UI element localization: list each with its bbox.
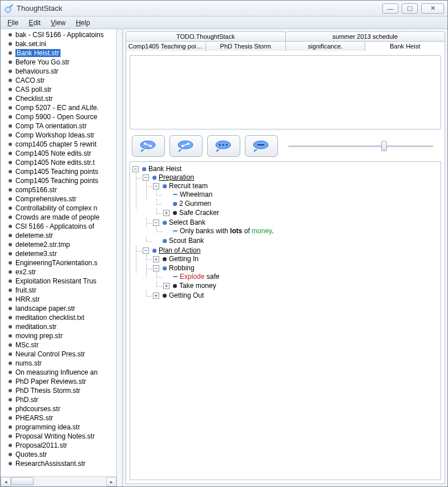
expander-icon[interactable]: + [163, 283, 169, 289]
expander-icon[interactable]: − [143, 247, 149, 254]
tree-node[interactable]: −Recruit team [153, 182, 439, 190]
file-item[interactable]: moving prep.str [3, 331, 116, 340]
file-list[interactable]: bak - CSI 5166 - Applicatoinsbak.set.ini… [1, 29, 116, 476]
tree-node[interactable]: −Bank Heist [132, 165, 439, 173]
tree-node[interactable]: +Getting In [153, 255, 439, 263]
file-item[interactable]: Exploitation Resistant Trus [3, 277, 116, 286]
tree-node[interactable]: +Getting Out [153, 291, 439, 299]
file-item[interactable]: bak.set.ini [3, 39, 116, 48]
expander-icon[interactable]: − [153, 183, 159, 189]
file-item[interactable]: Controllability of complex n [3, 204, 116, 213]
tree-node[interactable]: +Safe Cracker [163, 209, 439, 217]
file-item[interactable]: Neural Control Pres.str [3, 350, 116, 359]
menu-file[interactable]: File [3, 18, 23, 28]
hscroll-track[interactable] [11, 477, 106, 486]
file-item[interactable]: Comp 5207 - EC and ALife. [3, 103, 116, 112]
tree-node[interactable]: −Select Bank [153, 218, 439, 226]
file-item[interactable]: PhD Thesis Storm.str [3, 386, 116, 395]
menu-help[interactable]: Help [71, 18, 95, 28]
file-item[interactable]: landscape paper.str [3, 304, 116, 313]
file-item[interactable]: Comp1405 Note edits.str [3, 149, 116, 158]
file-item[interactable]: ex2.str [3, 267, 116, 277]
file-item[interactable]: phdcourses.str [3, 404, 116, 413]
file-item[interactable]: comp1405 chapter 5 rewrit [3, 140, 116, 149]
close-button[interactable]: ✕ [421, 3, 444, 14]
tree-node[interactable]: Explode safe [163, 273, 439, 281]
tab[interactable]: TODO.ThoughtStack [126, 31, 286, 41]
file-item[interactable]: Comp1405 Note edits.str.t [3, 158, 116, 167]
file-item[interactable]: ResearchAssisstant.str [3, 459, 116, 468]
file-item[interactable]: CSI 5166 - Applicatoins of [3, 222, 116, 231]
expander-icon[interactable]: − [153, 220, 159, 226]
expander-icon[interactable]: − [132, 166, 139, 172]
file-item[interactable]: comp5166.str [3, 185, 116, 194]
tab[interactable]: Bank Heist [365, 41, 445, 51]
collapse-button[interactable] [245, 135, 278, 157]
expander-icon[interactable]: + [163, 210, 169, 216]
file-item[interactable]: bak - CSI 5166 - Applicatoins [3, 30, 116, 39]
file-item[interactable]: Quotes.str [3, 450, 116, 459]
tree-node[interactable]: Only banks with lots of money. [163, 227, 439, 235]
file-item[interactable]: fruit.str [3, 286, 116, 295]
file-item[interactable]: Bank Heist.str [3, 48, 116, 58]
maximize-button[interactable]: ▢ [402, 3, 418, 14]
tab[interactable]: PhD Thesis Storm [206, 41, 286, 51]
file-item[interactable]: deleteme3.str [3, 249, 116, 258]
file-item[interactable]: programming idea.str [3, 423, 116, 432]
file-item[interactable]: PhD.str [3, 395, 116, 404]
file-item[interactable]: EngineeringTAorientation.s [3, 258, 116, 267]
file-item[interactable]: deleteme.str [3, 231, 116, 240]
hscroll-thumb[interactable] [11, 477, 34, 485]
file-item[interactable]: Comp TA orientation.str [3, 121, 116, 131]
file-item[interactable]: PHEARS.str [3, 413, 116, 423]
file-item[interactable]: Comp 5900 - Open Source [3, 112, 116, 121]
tree-view[interactable]: −Bank Heist−Preparation−Recruit teamWhee… [130, 161, 441, 480]
file-item[interactable]: meditation.str [3, 322, 116, 331]
file-item[interactable]: MSc.str [3, 340, 116, 350]
file-item[interactable]: Comprehensives.str [3, 194, 116, 204]
more-button[interactable] [207, 135, 240, 157]
expander-icon[interactable]: − [153, 265, 159, 271]
menu-edit[interactable]: Edit [24, 18, 45, 28]
preview-pane[interactable] [130, 55, 441, 129]
slider-thumb[interactable] [381, 141, 387, 151]
file-item[interactable]: On measuring Influence an [3, 368, 116, 377]
file-item[interactable]: Crowds are made of people [3, 213, 116, 222]
tree-node[interactable]: Wheelman [163, 190, 439, 198]
splitter[interactable] [117, 29, 123, 486]
file-item[interactable]: HRR.str [3, 295, 116, 304]
file-item[interactable]: meditation checklist.txt [3, 313, 116, 322]
tree-node[interactable]: −Robbing [153, 264, 439, 272]
file-item[interactable]: nums.str [3, 359, 116, 368]
file-item[interactable]: Comp1405 Teaching points [3, 167, 116, 176]
file-item[interactable]: Comp Workshop Ideas.str [3, 131, 116, 140]
add-child-button[interactable] [132, 135, 165, 157]
file-item[interactable]: Proposal2011.str [3, 441, 116, 450]
tree-node[interactable]: −Plan of Action [143, 246, 439, 254]
expander-icon[interactable]: + [153, 256, 159, 262]
file-item[interactable]: Comp1405 Teaching points [3, 176, 116, 185]
tab[interactable]: significance. [286, 41, 366, 51]
file-item[interactable]: PhD Paper Reviews.str [3, 377, 116, 386]
sidebar-hscroll[interactable]: ◂ ▸ [1, 476, 116, 486]
file-item[interactable]: Checklist.str [3, 94, 116, 103]
file-item[interactable]: CACO.str [3, 76, 116, 85]
file-item[interactable]: deleteme2.str.tmp [3, 240, 116, 249]
tree-node[interactable]: −Preparation [143, 173, 439, 181]
zoom-slider[interactable] [288, 140, 433, 152]
file-item[interactable]: Before You Go.str [3, 58, 116, 67]
hscroll-left[interactable]: ◂ [1, 477, 11, 486]
tab[interactable]: summer 2013 schedule [286, 31, 446, 41]
file-item[interactable]: CAS poll.str [3, 85, 116, 94]
expander-icon[interactable]: + [153, 293, 159, 299]
slider-track[interactable] [288, 145, 433, 147]
add-sibling-button[interactable] [169, 135, 203, 157]
minimize-button[interactable]: — [382, 3, 398, 14]
expander-icon[interactable]: − [143, 174, 149, 181]
hscroll-right[interactable]: ▸ [106, 477, 116, 486]
file-item[interactable]: Proposal Writing Notes.str [3, 432, 116, 441]
tree-node[interactable]: Scout Bank [153, 237, 439, 245]
file-item[interactable]: behaviours.str [3, 67, 116, 76]
tab[interactable]: Comp1405 Teaching points [126, 41, 206, 51]
tree-node[interactable]: 2 Gunmen [163, 200, 439, 208]
